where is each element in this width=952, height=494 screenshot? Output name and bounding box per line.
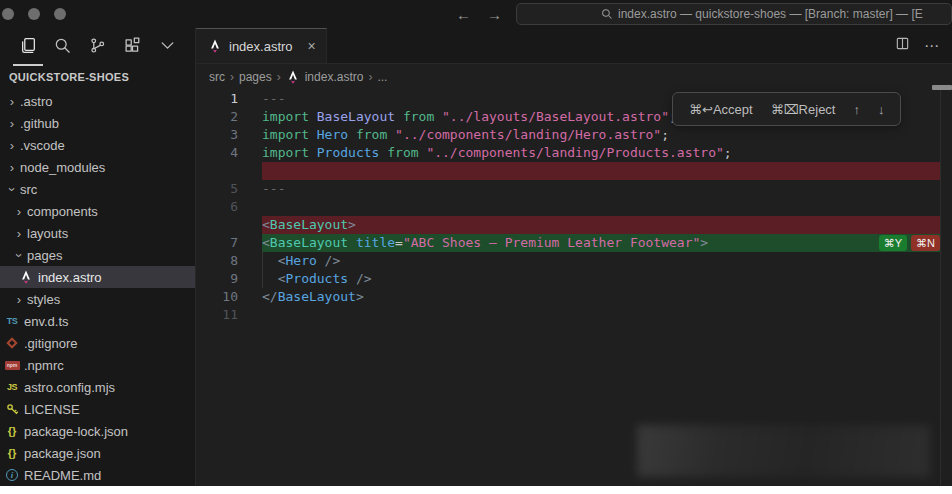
breadcrumb-separator: › bbox=[277, 70, 281, 84]
code-line[interactable]: 5--- bbox=[196, 180, 940, 198]
search-icon bbox=[54, 37, 71, 58]
chevron-down-icon: › bbox=[11, 248, 27, 263]
activity-item-source-control[interactable] bbox=[83, 28, 113, 66]
activity-item-search[interactable] bbox=[48, 28, 78, 66]
breadcrumb-item-src[interactable]: src bbox=[209, 70, 225, 84]
code-line[interactable]: 11 bbox=[196, 306, 940, 324]
code-line[interactable]: 9 <Products /> bbox=[196, 270, 940, 288]
tree-item-label: .vscode bbox=[20, 138, 65, 153]
line-number bbox=[196, 162, 262, 180]
tree-item-index-astro[interactable]: index.astro bbox=[0, 266, 195, 288]
line-content: import Hero from "../components/landing/… bbox=[262, 126, 940, 144]
deleted-code-line[interactable]: <BaseLayout> bbox=[196, 216, 940, 234]
split-editor-icon[interactable] bbox=[895, 36, 910, 55]
line-content: <Hero /> bbox=[262, 252, 940, 270]
deleted-code-line[interactable] bbox=[196, 162, 940, 180]
breadcrumb-item-index-astro[interactable]: index.astro bbox=[286, 70, 364, 85]
reject-button[interactable]: ⌘⌧Reject bbox=[771, 102, 836, 117]
line-number bbox=[196, 216, 262, 234]
tree-item-pages[interactable]: ›pages bbox=[0, 244, 195, 266]
tree-item--gitignore[interactable]: .gitignore bbox=[0, 332, 195, 354]
line-number: 10 bbox=[196, 288, 262, 306]
breadcrumb: src›pages›index.astro›... bbox=[196, 64, 952, 90]
line-content: <BaseLayout title="ABC Shoes — Premium L… bbox=[262, 234, 940, 252]
titlebar: ← → index.astro — quickstore-shoes — [Br… bbox=[0, 0, 952, 28]
chevron-right-icon: › bbox=[11, 204, 27, 219]
chevron-right-icon: › bbox=[11, 226, 27, 241]
activity-item-extensions[interactable] bbox=[117, 28, 147, 66]
tree-item-src[interactable]: ›src bbox=[0, 178, 195, 200]
tree-item--github[interactable]: ›.github bbox=[0, 112, 195, 134]
line-number: 6 bbox=[196, 198, 262, 216]
accept-button[interactable]: ⌘↩Accept bbox=[689, 102, 753, 117]
navigate-forward-button[interactable]: → bbox=[487, 6, 502, 23]
close-tab-icon[interactable]: × bbox=[308, 38, 316, 54]
breadcrumb-item--[interactable]: ... bbox=[377, 70, 387, 84]
tab-label: index.astro bbox=[229, 39, 293, 54]
tree-item-label: astro.config.mjs bbox=[24, 380, 115, 395]
tree-item-license[interactable]: LICENSE bbox=[0, 398, 195, 420]
chevron-right-icon: › bbox=[4, 94, 20, 109]
tree-item-node-modules[interactable]: ›node_modules bbox=[0, 156, 195, 178]
tree-item-label: README.md bbox=[24, 468, 101, 483]
overview-ruler[interactable] bbox=[940, 90, 952, 486]
code-line[interactable]: 3import Hero from "../components/landing… bbox=[196, 126, 940, 144]
license-icon bbox=[4, 403, 20, 416]
command-center[interactable]: index.astro — quickstore-shoes — [Branch… bbox=[516, 3, 952, 25]
npm-icon: npm bbox=[4, 361, 20, 370]
code-line[interactable]: 4import Products from "../components/lan… bbox=[196, 144, 940, 162]
tree-item-label: LICENSE bbox=[24, 402, 80, 417]
tree-item-astro-config-mjs[interactable]: JSastro.config.mjs bbox=[0, 376, 195, 398]
tree-item-label: .npmrc bbox=[24, 358, 64, 373]
accept-keybinding-badge[interactable]: ⌘Y bbox=[879, 235, 907, 251]
tree-item-package-json[interactable]: {}package.json bbox=[0, 442, 195, 464]
tab-index-astro[interactable]: index.astro × bbox=[196, 28, 327, 63]
astro-icon bbox=[18, 270, 34, 284]
activity-bar bbox=[0, 28, 195, 66]
scrollbar-thumb[interactable] bbox=[932, 85, 952, 90]
tree-item--vscode[interactable]: ›.vscode bbox=[0, 134, 195, 156]
breadcrumb-item-pages[interactable]: pages bbox=[239, 70, 272, 84]
tree-item--astro[interactable]: ›.astro bbox=[0, 90, 195, 112]
astro-file-icon bbox=[207, 39, 222, 54]
minimize-window-button[interactable] bbox=[28, 8, 40, 20]
tree-item-package-lock-json[interactable]: {}package-lock.json bbox=[0, 420, 195, 442]
explorer-section-header[interactable]: QUICKSTORE-SHOES bbox=[0, 66, 195, 88]
line-number: 5 bbox=[196, 180, 262, 198]
line-number: 9 bbox=[196, 270, 262, 288]
breadcrumb-separator: › bbox=[368, 70, 372, 84]
tree-item-readme-md[interactable]: iREADME.md bbox=[0, 464, 195, 486]
reject-keybinding-badge[interactable]: ⌘N bbox=[911, 235, 940, 251]
line-content: <Products /> bbox=[262, 270, 940, 288]
git-icon bbox=[4, 339, 20, 347]
previous-suggestion-arrow-icon[interactable]: ↑ bbox=[853, 102, 860, 117]
line-number: 1 bbox=[196, 90, 262, 108]
more-actions-icon[interactable]: ⋯ bbox=[924, 37, 940, 55]
activity-item-views-more[interactable] bbox=[152, 28, 182, 66]
indent-guide bbox=[262, 252, 263, 270]
code-line[interactable]: 6 bbox=[196, 198, 940, 216]
navigate-back-button[interactable]: ← bbox=[456, 6, 471, 23]
tree-item-label: .gitignore bbox=[24, 336, 77, 351]
close-window-button[interactable] bbox=[2, 8, 14, 20]
tree-item-label: src bbox=[20, 182, 37, 197]
tree-item-label: components bbox=[27, 204, 98, 219]
code-line[interactable]: 10</BaseLayout> bbox=[196, 288, 940, 306]
activity-item-explorer[interactable] bbox=[13, 28, 43, 66]
inline-edit-widget: ⌘↩Accept ⌘⌧Reject ↑ ↓ bbox=[672, 92, 901, 126]
next-suggestion-arrow-icon[interactable]: ↓ bbox=[878, 102, 885, 117]
code-line[interactable]: 8 <Hero /> bbox=[196, 252, 940, 270]
added-code-line[interactable]: 7<BaseLayout title="ABC Shoes — Premium … bbox=[196, 234, 940, 252]
tree-item-components[interactable]: ›components bbox=[0, 200, 195, 222]
tree-item-label: env.d.ts bbox=[24, 314, 69, 329]
chevron-right-icon: › bbox=[4, 116, 20, 131]
editor-group: index.astro × ⋯ src›pages›index.astro›..… bbox=[196, 28, 952, 486]
tab-bar: index.astro × ⋯ bbox=[196, 28, 952, 64]
line-number: 2 bbox=[196, 108, 262, 126]
tree-item--npmrc[interactable]: npm.npmrc bbox=[0, 354, 195, 376]
info-icon: i bbox=[4, 469, 20, 481]
tree-item-styles[interactable]: ›styles bbox=[0, 288, 195, 310]
zoom-window-button[interactable] bbox=[54, 8, 66, 20]
tree-item-env-d-ts[interactable]: TSenv.d.ts bbox=[0, 310, 195, 332]
tree-item-layouts[interactable]: ›layouts bbox=[0, 222, 195, 244]
